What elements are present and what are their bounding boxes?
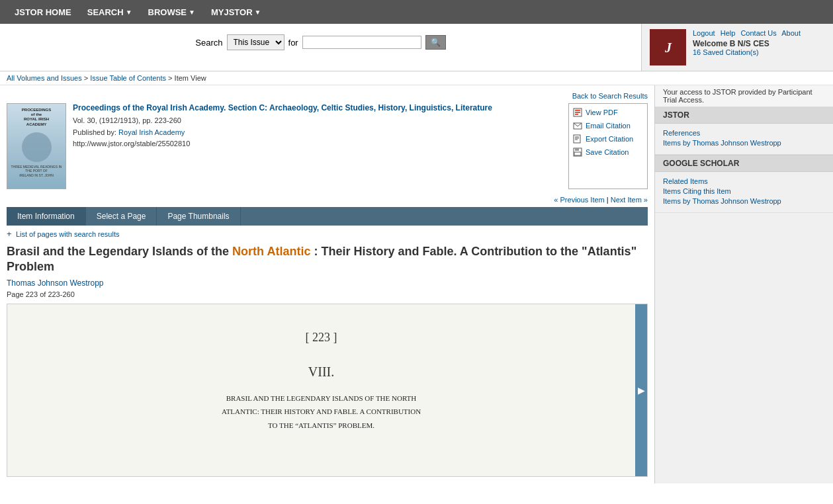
- items-by-author-link[interactable]: Items by Thomas Johnson Westropp: [663, 139, 825, 147]
- browse-dropdown-arrow: ▼: [189, 9, 195, 16]
- trial-banner: Your access to JSTOR provided by Partici…: [655, 85, 833, 107]
- cover-decoration: [22, 132, 52, 162]
- search-scope-select[interactable]: This Issue: [227, 34, 285, 50]
- content-area: Back to Search Results PROCEEDINGSof the…: [0, 85, 833, 483]
- search-bar: Search This Issue for 🔍: [7, 29, 635, 54]
- email-icon: [573, 121, 582, 130]
- list-of-pages: + List of pages with search results: [7, 229, 648, 239]
- back-to-search-link[interactable]: Back to Search Results: [572, 92, 648, 100]
- related-items-link[interactable]: Related Items: [663, 177, 825, 185]
- top-navigation: JSTOR HOME SEARCH ▼ BROWSE ▼ MyJSTOR ▼: [0, 0, 833, 24]
- email-citation-label: Email Citation: [586, 122, 631, 130]
- article-pages: Page 223 of 223-260: [7, 290, 648, 298]
- tab-page-thumbnails[interactable]: Page Thumbnails: [157, 207, 240, 226]
- back-to-search-container: Back to Search Results: [7, 92, 648, 100]
- about-link[interactable]: About: [781, 29, 801, 37]
- item-meta: Proceedings of the Royal Irish Academy. …: [73, 103, 562, 189]
- email-citation-action[interactable]: Email Citation: [573, 121, 643, 130]
- tabs-bar: Item Information Select a Page Page Thum…: [7, 207, 648, 226]
- citation-actions-box: View PDF Email Citation Export Citation: [568, 103, 648, 189]
- expand-icon: +: [7, 229, 12, 239]
- right-header: J Logout Help Contact Us About Welcome B…: [641, 24, 833, 71]
- nav-myjstor[interactable]: MyJSTOR ▼: [203, 0, 269, 24]
- article-title: Brasil and the Legendary Islands of the …: [7, 244, 648, 275]
- welcome-text: Welcome B N/S CES: [693, 39, 804, 48]
- svg-rect-13: [574, 152, 581, 155]
- page-next-arrow[interactable]: ▶: [635, 304, 647, 476]
- items-citing-link[interactable]: Items Citing this Item: [663, 187, 825, 195]
- cover-small-text: THREE MEDIEVAL READINGS IN THE PORT OFIR…: [10, 165, 63, 178]
- page-line1: BRASIL AND THE LEGENDARY ISLANDS OF THE …: [222, 393, 421, 404]
- main-header: Search This Issue for 🔍: [0, 24, 641, 71]
- user-links: Logout Help Contact Us About Welcome B N…: [693, 29, 804, 56]
- svg-text:J: J: [664, 40, 672, 55]
- breadcrumb-issue-toc[interactable]: Issue Table of Contents: [90, 74, 166, 82]
- page-content: [ 223 ] VIII. BRASIL AND THE LEGENDARY I…: [7, 304, 635, 476]
- export-citation-action[interactable]: Export Citation: [573, 134, 643, 144]
- page-body-text: BRASIL AND THE LEGENDARY ISLANDS OF THE …: [222, 393, 421, 434]
- pdf-icon: [573, 108, 582, 117]
- list-pages-link[interactable]: List of pages with search results: [16, 230, 120, 238]
- svg-rect-7: [574, 135, 580, 143]
- page-number-display: [ 223 ]: [306, 331, 337, 345]
- jstor-logo: J: [650, 29, 686, 65]
- item-publisher: Published by: Royal Irish Academy: [73, 127, 562, 139]
- previous-item-link[interactable]: « Previous Item: [554, 196, 604, 204]
- prev-next-nav: « Previous Item | Next Item »: [7, 196, 648, 204]
- breadcrumb-all-volumes[interactable]: All Volumes and Issues: [7, 74, 82, 82]
- save-citation-label: Save Citation: [586, 148, 629, 156]
- main-content: Back to Search Results PROCEEDINGSof the…: [0, 85, 654, 483]
- google-scholar-header: GOOGLE SCHOLAR: [655, 155, 833, 172]
- page-viewer: [ 223 ] VIII. BRASIL AND THE LEGENDARY I…: [7, 304, 648, 477]
- nav-browse[interactable]: BROWSE ▼: [140, 0, 203, 24]
- svg-rect-4: [575, 112, 580, 113]
- search-dropdown-arrow: ▼: [126, 9, 132, 16]
- header-area: Search This Issue for 🔍 J Logout Help Co…: [0, 24, 833, 71]
- svg-rect-12: [575, 148, 579, 151]
- nav-search[interactable]: SEARCH ▼: [79, 0, 140, 24]
- breadcrumb-sep2: >: [168, 74, 174, 82]
- article-title-part1: Brasil and the Legendary Islands of the: [7, 245, 229, 258]
- search-button[interactable]: 🔍: [425, 35, 446, 50]
- page-line2: ATLANTIC: THEIR HISTORY AND FABLE. A CON…: [222, 406, 421, 417]
- breadcrumb-sep1: >: [84, 74, 90, 82]
- save-citation-action[interactable]: Save Citation: [573, 147, 643, 157]
- article-author-link[interactable]: Thomas Johnson Westropp: [7, 278, 648, 288]
- export-citation-label: Export Citation: [586, 135, 633, 143]
- svg-rect-5: [575, 114, 578, 115]
- export-icon: [573, 134, 582, 144]
- jstor-sidebar-section: References Items by Thomas Johnson Westr…: [655, 124, 833, 155]
- next-item-link[interactable]: Next Item »: [611, 196, 648, 204]
- for-label: for: [288, 38, 298, 48]
- search-label: Search: [195, 38, 222, 48]
- cover-title: PROCEEDINGSof theROYAL IRISHACADEMY: [22, 108, 51, 127]
- view-pdf-label: View PDF: [586, 108, 618, 116]
- tab-select-page[interactable]: Select a Page: [86, 207, 157, 226]
- item-url: http://www.jstor.org/stable/25502810: [73, 138, 562, 150]
- save-icon: [573, 147, 582, 157]
- references-link[interactable]: References: [663, 129, 825, 137]
- view-pdf-action[interactable]: View PDF: [573, 108, 643, 117]
- article-title-highlight: North Atlantic: [232, 245, 310, 258]
- logout-link[interactable]: Logout: [693, 29, 715, 37]
- page-roman: VIII.: [308, 364, 334, 380]
- gs-items-by-author-link[interactable]: Items by Thomas Johnson Westropp: [663, 197, 825, 205]
- nav-jstor-home[interactable]: JSTOR HOME: [7, 0, 79, 24]
- jstor-sidebar-header: JSTOR: [655, 107, 833, 124]
- breadcrumb: All Volumes and Issues > Issue Table of …: [0, 71, 833, 85]
- page-line3: TO THE “ATLANTIS” PROBLEM.: [222, 420, 421, 431]
- journal-title-link[interactable]: Proceedings of the Royal Irish Academy. …: [73, 103, 492, 112]
- saved-citations-link[interactable]: 16 Saved Citation(s): [693, 48, 759, 56]
- search-input[interactable]: [302, 36, 421, 49]
- item-detail-row: PROCEEDINGSof theROYAL IRISHACADEMY THRE…: [7, 103, 648, 189]
- right-sidebar: Your access to JSTOR provided by Partici…: [654, 85, 833, 483]
- contact-us-link[interactable]: Contact Us: [740, 29, 776, 37]
- myjstor-dropdown-arrow: ▼: [255, 9, 261, 16]
- item-volume: Vol. 30, (1912/1913), pp. 223-260: [73, 115, 562, 127]
- tab-item-information[interactable]: Item Information: [7, 207, 86, 226]
- journal-cover: PROCEEDINGSof theROYAL IRISHACADEMY THRE…: [7, 103, 66, 189]
- publisher-link[interactable]: Royal Irish Academy: [118, 128, 185, 136]
- help-link[interactable]: Help: [721, 29, 736, 37]
- svg-rect-3: [575, 110, 580, 111]
- google-scholar-section: Related Items Items Citing this Item Ite…: [655, 172, 833, 213]
